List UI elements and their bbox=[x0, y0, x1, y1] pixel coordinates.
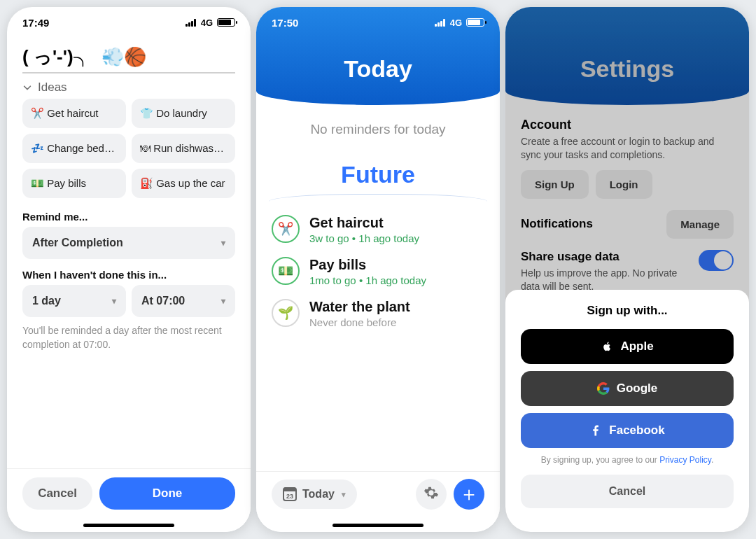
idea-chip[interactable]: 💤 Change bedsheet bbox=[22, 134, 126, 163]
idea-chip[interactable]: ✂️ Get haircut bbox=[22, 99, 126, 128]
settings-button[interactable] bbox=[416, 479, 447, 510]
done-button[interactable]: Done bbox=[99, 477, 235, 510]
gear-icon bbox=[424, 485, 439, 504]
facebook-label: Facebook bbox=[609, 424, 664, 438]
when-label: When I haven't done this in... bbox=[7, 259, 251, 285]
ideas-toggle[interactable]: Ideas bbox=[7, 74, 251, 96]
empty-today-text: No reminders for today bbox=[256, 105, 500, 154]
view-tab-label: Today bbox=[302, 488, 335, 500]
item-emoji-icon: 💵 bbox=[278, 263, 293, 279]
caret-down-icon: ▾ bbox=[342, 490, 346, 499]
when-time-select[interactable]: At 07:00 ▾ bbox=[132, 285, 235, 317]
signal-icon bbox=[435, 19, 446, 27]
remind-mode-value: After Completion bbox=[32, 237, 123, 249]
caret-down-icon: ▾ bbox=[112, 296, 116, 306]
item-title: Get haircut bbox=[309, 215, 419, 231]
remind-label: Remind me... bbox=[7, 201, 251, 227]
item-subtitle: 1mo to go • 1h ago today bbox=[309, 274, 426, 286]
footer-bar: Cancel Done bbox=[7, 468, 251, 532]
network-label: 4G bbox=[450, 18, 462, 28]
add-button[interactable]: ＋ bbox=[454, 479, 484, 510]
idea-chip[interactable]: 💵 Pay bills bbox=[22, 169, 126, 198]
item-title: Water the plant bbox=[309, 299, 410, 315]
item-emoji-icon: 🌱 bbox=[278, 305, 293, 321]
future-heading: Future bbox=[256, 154, 500, 194]
cancel-button[interactable]: Cancel bbox=[521, 475, 734, 508]
complete-circle[interactable]: 🌱 bbox=[272, 299, 300, 327]
calendar-icon: 23 bbox=[283, 487, 297, 501]
screen-settings-signup: 17:50 4G Settings Account Create a free … bbox=[505, 7, 749, 532]
apple-signup-button[interactable]: Apple bbox=[521, 329, 734, 364]
status-bar: 17:49 4G bbox=[7, 7, 251, 38]
when-days-select[interactable]: 1 day ▾ bbox=[22, 285, 126, 317]
item-subtitle: Never done before bbox=[309, 316, 410, 328]
item-subtitle: 3w to go • 1h ago today bbox=[309, 232, 419, 244]
signal-icon bbox=[186, 19, 197, 27]
caret-down-icon: ▾ bbox=[221, 238, 225, 248]
item-title: Pay bills bbox=[309, 257, 426, 273]
google-label: Google bbox=[617, 382, 658, 396]
google-icon bbox=[597, 382, 610, 395]
privacy-link[interactable]: Privacy Policy bbox=[659, 455, 711, 465]
battery-icon bbox=[217, 18, 235, 27]
idea-chip[interactable]: 🍽 Run dishwasher bbox=[132, 134, 235, 163]
list-item[interactable]: 💵 Pay bills 1mo to go • 1h ago today bbox=[272, 257, 484, 286]
future-list: ✂️ Get haircut 3w to go • 1h ago today 💵… bbox=[256, 215, 500, 328]
status-time: 17:49 bbox=[22, 17, 49, 29]
facebook-icon bbox=[589, 424, 602, 437]
home-indicator[interactable] bbox=[83, 524, 174, 527]
idea-chip[interactable]: 👕 Do laundry bbox=[132, 99, 235, 128]
status-bar: 17:50 4G bbox=[256, 7, 500, 38]
battery-icon bbox=[466, 18, 484, 27]
complete-circle[interactable]: 💵 bbox=[272, 257, 300, 285]
helper-text: You'll be reminded a day after the most … bbox=[7, 317, 251, 351]
signup-sheet: Sign up with... Apple Google Facebook By… bbox=[505, 290, 749, 532]
plus-icon: ＋ bbox=[459, 481, 479, 507]
footer-bar: 23 Today ▾ ＋ bbox=[256, 471, 500, 532]
google-signup-button[interactable]: Google bbox=[521, 371, 734, 406]
apple-label: Apple bbox=[620, 340, 653, 354]
legal-text: By signing up, you agree to our Privacy … bbox=[521, 455, 734, 465]
ideas-label: Ideas bbox=[38, 80, 67, 94]
when-time-value: At 07:00 bbox=[141, 295, 185, 307]
chevron-down-icon bbox=[22, 83, 32, 92]
facebook-signup-button[interactable]: Facebook bbox=[521, 413, 734, 448]
screen-today: 17:50 4G Today No reminders for today Fu… bbox=[256, 7, 500, 532]
list-item[interactable]: 🌱 Water the plant Never done before bbox=[272, 299, 484, 328]
idea-chip[interactable]: ⛽ Gas up the car bbox=[132, 169, 235, 198]
network-label: 4G bbox=[201, 18, 213, 28]
view-tab-button[interactable]: 23 Today ▾ bbox=[272, 479, 357, 509]
screen-edit-task: 17:49 4G Ideas ✂️ Get haircut 👕 Do laund… bbox=[7, 7, 251, 532]
list-item[interactable]: ✂️ Get haircut 3w to go • 1h ago today bbox=[272, 215, 484, 244]
divider-arc bbox=[269, 194, 487, 209]
task-title-input[interactable] bbox=[22, 42, 235, 74]
when-days-value: 1 day bbox=[32, 295, 61, 307]
remind-mode-select[interactable]: After Completion ▾ bbox=[22, 227, 235, 259]
caret-down-icon: ▾ bbox=[221, 296, 225, 306]
apple-icon bbox=[601, 340, 613, 353]
status-time: 17:50 bbox=[272, 17, 298, 29]
sheet-title: Sign up with... bbox=[521, 304, 734, 318]
cancel-button[interactable]: Cancel bbox=[22, 477, 92, 510]
home-indicator[interactable] bbox=[332, 524, 424, 527]
ideas-chips: ✂️ Get haircut 👕 Do laundry 💤 Change bed… bbox=[7, 96, 251, 201]
page-title: Today bbox=[344, 55, 412, 83]
complete-circle[interactable]: ✂️ bbox=[272, 215, 300, 243]
item-emoji-icon: ✂️ bbox=[278, 221, 293, 237]
